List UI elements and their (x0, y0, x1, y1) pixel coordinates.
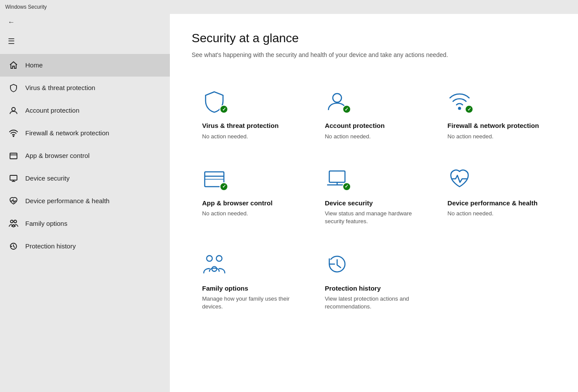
main-content: Security at a glance See what's happenin… (170, 14, 578, 392)
sidebar-item-device-security-label: Device security (25, 174, 70, 183)
svg-point-19 (212, 266, 216, 271)
family-nav-icon (9, 219, 18, 228)
svg-rect-4 (10, 175, 17, 180)
browser-nav-icon (9, 151, 18, 161)
virus-card-icon-wrap (202, 89, 226, 114)
account-check-badge (342, 105, 351, 114)
account-card-icon-wrap (325, 89, 349, 114)
browser-card-desc: No action needed. (202, 210, 301, 218)
sidebar-nav: Home Virus & threat protection (0, 54, 170, 258)
family-card[interactable]: Family options Manage how your family us… (192, 240, 311, 322)
virus-card-desc: No action needed. (202, 133, 301, 141)
family-icon (202, 252, 226, 276)
sidebar-item-history[interactable]: Protection history (0, 235, 170, 258)
heart-monitor-nav-icon (9, 196, 18, 206)
device-health-card-title: Device performance & health (447, 199, 546, 208)
sidebar: ← ☰ Home (0, 14, 170, 392)
sidebar-item-history-label: Protection history (25, 242, 76, 251)
history-card[interactable]: Protection history View latest protectio… (314, 240, 434, 322)
sidebar-item-device-health[interactable]: Device performance & health (0, 190, 170, 212)
history-nav-icon (9, 241, 18, 251)
virus-card[interactable]: Virus & threat protection No action need… (192, 77, 311, 151)
svg-point-7 (10, 220, 13, 223)
device-security-card-title: Device security (325, 199, 423, 208)
device-security-card-icon-wrap (325, 167, 349, 191)
sidebar-item-device-health-label: Device performance & health (25, 197, 109, 205)
device-security-check-badge (342, 182, 351, 191)
page-subtitle: See what's happening with the security a… (192, 50, 556, 60)
browser-check-badge (220, 182, 228, 191)
person-nav-icon (9, 106, 18, 115)
sidebar-item-browser-label: App & browser control (25, 151, 90, 160)
sidebar-item-firewall-label: Firewall & network protection (25, 129, 109, 137)
app-title: Windows Security (5, 4, 47, 10)
svg-rect-15 (329, 171, 345, 182)
hamburger-icon[interactable]: ☰ (8, 37, 15, 46)
svg-rect-2 (10, 153, 17, 159)
sidebar-item-virus[interactable]: Virus & threat protection (0, 77, 170, 99)
back-button[interactable]: ← (0, 14, 170, 30)
back-arrow-icon: ← (8, 18, 15, 26)
family-card-desc: Manage how your family uses their device… (202, 295, 301, 311)
device-security-card-desc: View status and manage hardware security… (325, 210, 423, 225)
heart-rate-icon (447, 167, 472, 191)
svg-point-10 (333, 94, 341, 102)
sidebar-item-account[interactable]: Account protection (0, 99, 170, 122)
sidebar-item-browser[interactable]: App & browser control (0, 144, 170, 167)
svg-point-18 (216, 255, 222, 261)
firewall-card-desc: No action needed. (447, 133, 546, 141)
sidebar-item-home-label: Home (25, 61, 43, 70)
history-card-icon-wrap (325, 252, 349, 276)
svg-point-0 (12, 107, 15, 111)
page-title: Security at a glance (192, 31, 556, 45)
svg-point-17 (206, 255, 212, 261)
account-card-desc: No action needed. (325, 133, 423, 141)
sidebar-item-virus-label: Virus & threat protection (25, 84, 95, 92)
firewall-card-icon-wrap (447, 89, 472, 114)
device-security-card[interactable]: Device security View status and manage h… (314, 154, 434, 236)
device-health-card-desc: No action needed. (447, 210, 546, 218)
family-card-icon-wrap (202, 252, 226, 276)
account-card-title: Account protection (325, 121, 423, 130)
svg-point-8 (14, 220, 17, 223)
sidebar-item-device-security[interactable]: Device security (0, 167, 170, 190)
device-health-card[interactable]: Device performance & health No action ne… (437, 154, 556, 236)
history-card-title: Protection history (325, 284, 423, 293)
browser-card-icon-wrap (202, 167, 226, 191)
firewall-card[interactable]: Firewall & network protection No action … (437, 77, 556, 151)
firewall-card-title: Firewall & network protection (447, 121, 546, 130)
browser-card-title: App & browser control (202, 199, 301, 208)
sidebar-item-firewall[interactable]: Firewall & network protection (0, 122, 170, 144)
sidebar-item-family-label: Family options (25, 219, 68, 228)
shield-nav-icon (9, 83, 18, 93)
sidebar-top: ☰ (0, 30, 170, 52)
virus-check-badge (220, 105, 228, 114)
family-card-title: Family options (202, 284, 301, 293)
device-health-card-icon-wrap (447, 167, 472, 191)
svg-point-1 (13, 136, 14, 137)
account-card[interactable]: Account protection No action needed. (314, 77, 434, 151)
sidebar-item-account-label: Account protection (25, 106, 79, 115)
firewall-check-badge (465, 105, 473, 114)
sidebar-item-family[interactable]: Family options (0, 212, 170, 235)
home-icon (9, 60, 18, 70)
browser-card[interactable]: App & browser control No action needed. (192, 154, 311, 236)
svg-point-11 (459, 107, 461, 110)
cards-grid: Virus & threat protection No action need… (192, 77, 556, 321)
history-card-desc: View latest protection actions and recom… (325, 295, 423, 311)
history-icon (325, 252, 349, 276)
monitor-nav-icon (9, 174, 18, 183)
wifi-nav-icon (9, 128, 18, 138)
sidebar-item-home[interactable]: Home (0, 54, 170, 77)
virus-card-title: Virus & threat protection (202, 121, 301, 130)
